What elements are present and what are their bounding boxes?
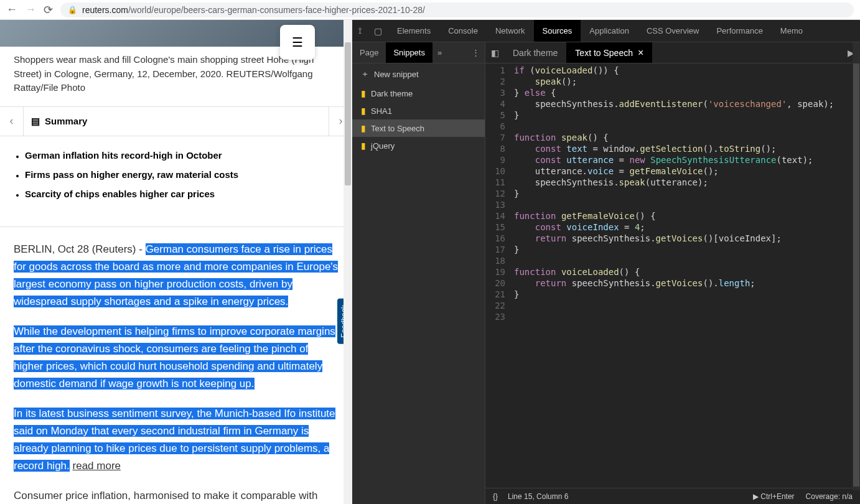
coverage-status: Coverage: n/a xyxy=(806,492,853,501)
devtools-scrollbar[interactable] xyxy=(853,42,860,490)
scrollbar-thumb[interactable] xyxy=(345,42,351,185)
article-body: BERLIN, Oct 28 (Reuters) - German consum… xyxy=(14,241,339,505)
devtools-tab-memo[interactable]: Memo xyxy=(772,20,811,42)
paragraph-4: Consumer price inflation, harmonised to … xyxy=(14,487,339,504)
devtools-tab-elements[interactable]: Elements xyxy=(388,20,439,42)
editor-area: ◧ Dark themeText to Speech× ▶ 1234567891… xyxy=(485,42,860,504)
back-button[interactable]: ← xyxy=(6,3,17,16)
divider xyxy=(0,226,352,227)
snippets-sidebar: Page Snippets » ⋮ ＋ New snippet ▮Dark th… xyxy=(352,42,485,504)
plus-icon: ＋ xyxy=(361,68,369,80)
run-shortcut[interactable]: ▶ Ctrl+Enter xyxy=(753,492,795,501)
kebab-icon[interactable]: ⋮ xyxy=(467,48,485,57)
summary-bullet: Firms pass on higher energy, raw materia… xyxy=(25,169,339,180)
line-gutter: 1234567891011121314151617181920212223 xyxy=(485,65,510,488)
snippet-item[interactable]: ▮jQuery xyxy=(352,137,485,154)
summary-title: ▤ Summary xyxy=(24,116,87,127)
brackets-icon[interactable]: {} xyxy=(493,492,498,501)
forward-button[interactable]: → xyxy=(25,3,36,16)
tab-page[interactable]: Page xyxy=(352,42,386,63)
inspect-icon[interactable]: ⟟ xyxy=(352,26,368,36)
editor-tab[interactable]: Text to Speech× xyxy=(566,42,652,63)
devtools-tabs: ⟟ ▢ ElementsConsoleNetworkSourcesApplica… xyxy=(352,20,860,42)
snippet-icon: ▮ xyxy=(361,123,366,133)
page-scrollbar[interactable] xyxy=(344,20,352,504)
devtools-panel: ⟟ ▢ ElementsConsoleNetworkSourcesApplica… xyxy=(352,20,860,504)
paragraph-1: BERLIN, Oct 28 (Reuters) - German consum… xyxy=(14,241,339,310)
snippet-item[interactable]: ▮Dark theme xyxy=(352,85,485,102)
lock-icon: 🔒 xyxy=(68,6,77,14)
summary-bullet: German inflation hits record-high in Oct… xyxy=(25,150,339,161)
snippet-icon: ▮ xyxy=(361,88,366,98)
devtools-tab-console[interactable]: Console xyxy=(439,20,487,42)
summary-bullet: Scarcity of chips enables higher car pri… xyxy=(25,189,339,199)
devtools-tab-network[interactable]: Network xyxy=(487,20,534,42)
snippet-icon: ▮ xyxy=(361,141,366,151)
read-more-link[interactable]: read more xyxy=(73,460,121,472)
new-snippet-button[interactable]: ＋ New snippet xyxy=(352,63,485,85)
code-editor[interactable]: 1234567891011121314151617181920212223 if… xyxy=(485,63,860,488)
code-content[interactable]: if (voiceLoaded()) { speak();} else { sp… xyxy=(510,65,860,488)
source-subtabs: Page Snippets » ⋮ xyxy=(352,42,485,63)
summary-icon: ▤ xyxy=(31,116,40,127)
devtools-tab-performance[interactable]: Performance xyxy=(708,20,771,42)
summary-list: German inflation hits record-high in Oct… xyxy=(14,136,339,219)
editor-tab[interactable]: Dark theme xyxy=(504,42,566,63)
more-tabs-icon[interactable]: » xyxy=(432,48,447,57)
browser-toolbar: ← → ⟳ 🔒 reuters.com/world/europe/beers-c… xyxy=(0,0,860,20)
devtools-scrollbar-thumb[interactable] xyxy=(853,63,859,487)
reload-button[interactable]: ⟳ xyxy=(44,3,53,17)
cursor-position: Line 15, Column 6 xyxy=(508,492,568,501)
devtools-tab-css-overview[interactable]: CSS Overview xyxy=(638,20,708,42)
nav-toggle-icon[interactable]: ◧ xyxy=(485,48,504,58)
editor-tabs: ◧ Dark themeText to Speech× ▶ xyxy=(485,42,860,63)
menu-button[interactable]: ☰ xyxy=(280,25,315,60)
snippet-list: ▮Dark theme▮SHA1▮Text to Speech▮jQuery xyxy=(352,85,485,154)
device-icon[interactable]: ▢ xyxy=(368,26,388,36)
summary-bar: ‹ ▤ Summary › xyxy=(0,106,352,136)
summary-prev[interactable]: ‹ xyxy=(0,107,24,136)
snippet-icon: ▮ xyxy=(361,106,366,116)
devtools-tab-application[interactable]: Application xyxy=(581,20,638,42)
address-bar[interactable]: 🔒 reuters.com/world/europe/beers-cars-ge… xyxy=(60,2,854,17)
paragraph-3: In its latest business sentiment survey,… xyxy=(14,405,339,475)
paragraph-2: While the development is helping firms t… xyxy=(14,323,339,393)
tab-snippets[interactable]: Snippets xyxy=(386,42,432,63)
devtools-tab-sources[interactable]: Sources xyxy=(534,20,581,42)
editor-status-bar: {} Line 15, Column 6 ▶ Ctrl+Enter Covera… xyxy=(485,488,860,504)
snippet-item[interactable]: ▮Text to Speech xyxy=(352,119,485,137)
url-text: reuters.com/world/europe/beers-cars-germ… xyxy=(82,5,425,15)
snippet-item[interactable]: ▮SHA1 xyxy=(352,102,485,119)
close-icon[interactable]: × xyxy=(638,47,643,58)
article-pane: ☰ Shoppers wear mask and fill Cologne's … xyxy=(0,20,352,504)
